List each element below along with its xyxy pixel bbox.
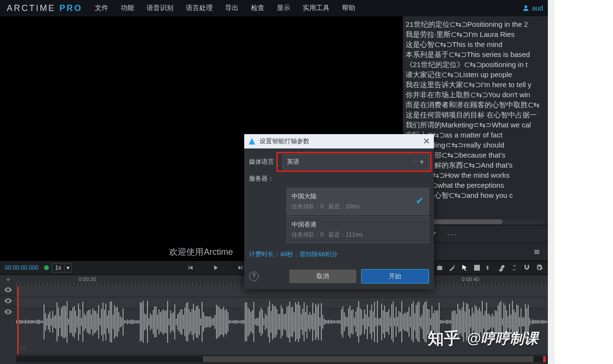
- menu-7[interactable]: 实用工具: [297, 2, 335, 14]
- timeline-hscroll[interactable]: [16, 356, 548, 362]
- svg-rect-17: [41, 321, 42, 323]
- gear-icon[interactable]: [535, 264, 543, 272]
- menu-5[interactable]: 检查: [245, 2, 270, 14]
- prev-button[interactable]: [187, 264, 194, 272]
- server-option-1[interactable]: 中国香港任务排队：0 延迟：111ms: [286, 216, 429, 243]
- subtitle-line[interactable]: 我是劳拉·里斯⊂⇆⊃I'm Laura Ries: [406, 29, 545, 39]
- subtitle-line[interactable]: 你并非在市场上取胜⊂⇆⊃You don't win: [406, 90, 545, 100]
- svg-rect-258: [387, 312, 388, 332]
- edit-box-icon[interactable]: [473, 264, 481, 272]
- svg-rect-174: [266, 316, 267, 329]
- server-option-0[interactable]: 中国大陆任务排队：0 延迟：10ms✔: [286, 188, 429, 215]
- menu-3[interactable]: 语言处理: [180, 2, 218, 14]
- svg-rect-283: [423, 305, 424, 339]
- menu-4[interactable]: 导出: [219, 2, 244, 14]
- svg-rect-266: [398, 311, 399, 333]
- svg-rect-225: [340, 320, 341, 323]
- svg-rect-297: [443, 320, 444, 323]
- subtitle-line[interactable]: 21世纪的定位⊂⇆⊃Positioning in the 2: [406, 19, 545, 29]
- track-visibility-3[interactable]: [0, 307, 16, 318]
- svg-rect-162: [249, 309, 250, 335]
- svg-rect-366: [542, 320, 543, 324]
- more-button[interactable]: ···: [446, 228, 458, 240]
- menu-2[interactable]: 语音识别: [141, 2, 179, 14]
- dialog-titlebar[interactable]: 设置智能打轴参数 ✕: [244, 134, 434, 148]
- svg-rect-189: [288, 306, 289, 338]
- svg-rect-57: [98, 305, 99, 339]
- menu-6[interactable]: 显示: [271, 2, 296, 14]
- cut-icon[interactable]: [486, 264, 493, 272]
- svg-rect-332: [493, 316, 494, 328]
- cancel-button[interactable]: 取消: [289, 270, 356, 283]
- svg-rect-177: [271, 311, 272, 332]
- menu-1[interactable]: 功能: [115, 2, 140, 14]
- magnet-icon[interactable]: [523, 264, 531, 272]
- svg-rect-299: [446, 320, 447, 324]
- wand-icon[interactable]: [448, 264, 456, 272]
- svg-rect-41: [75, 311, 76, 333]
- play-button[interactable]: [212, 264, 219, 272]
- svg-rect-197: [299, 305, 300, 339]
- subtitle-line[interactable]: 我们所谓的Marketing⊂⇆⊃What we cal: [406, 120, 545, 130]
- svg-rect-272: [407, 312, 408, 332]
- svg-rect-144: [223, 307, 224, 337]
- add-track-button[interactable]: +: [0, 275, 16, 284]
- list-view-button[interactable]: [531, 246, 543, 258]
- pointer-icon[interactable]: [461, 264, 468, 272]
- camera-icon[interactable]: [436, 264, 443, 272]
- svg-rect-234: [352, 309, 353, 335]
- close-icon[interactable]: ✕: [423, 136, 430, 147]
- menubar: ARCTIME PRO 文件功能语音识别语言处理导出检查显示实用工具帮助 aud: [0, 0, 548, 16]
- subtitle-line[interactable]: 请大家记住⊂⇆⊃Listen up people: [406, 69, 545, 80]
- subtitle-line[interactable]: 而是在消费者和潜在顾客的心智中取胜⊂⇆: [406, 100, 545, 110]
- svg-rect-193: [294, 312, 295, 332]
- svg-rect-30: [59, 316, 60, 328]
- svg-rect-5: [23, 321, 24, 323]
- help-icon[interactable]: ?: [249, 272, 259, 281]
- svg-rect-37: [69, 310, 70, 333]
- svg-rect-201: [305, 312, 306, 331]
- swap-icon[interactable]: [511, 264, 518, 272]
- next-button[interactable]: [237, 264, 244, 272]
- svg-rect-301: [449, 320, 450, 323]
- start-button[interactable]: 开始: [361, 269, 429, 284]
- svg-rect-31: [61, 307, 62, 336]
- svg-rect-106: [169, 318, 170, 325]
- svg-rect-230: [347, 317, 348, 326]
- svg-rect-95: [153, 310, 154, 334]
- speed-select[interactable]: 1x▾: [52, 263, 72, 273]
- server-label: 服务器：: [249, 174, 283, 183]
- highlight-box: [276, 152, 431, 172]
- svg-rect-105: [167, 301, 168, 342]
- menu-0[interactable]: 文件: [89, 2, 114, 14]
- svg-rect-50: [88, 310, 89, 333]
- check-icon: ✔: [416, 195, 424, 206]
- svg-rect-136: [212, 318, 213, 325]
- svg-rect-24: [51, 318, 52, 326]
- language-select[interactable]: 英语▼: [283, 154, 429, 170]
- track-visibility-2[interactable]: [0, 296, 16, 307]
- track-visibility-1[interactable]: [0, 284, 16, 296]
- browser-scrollbar[interactable]: [548, 0, 555, 364]
- subtitle-line[interactable]: 这是心智⊂⇆⊃This is the mind: [406, 39, 545, 49]
- link-icon[interactable]: [498, 264, 506, 272]
- svg-rect-46: [82, 302, 83, 342]
- playhead[interactable]: [17, 286, 19, 354]
- svg-rect-75: [124, 320, 125, 323]
- svg-rect-175: [268, 307, 269, 337]
- subtitle-line[interactable]: 这是任何营销项目的目标 在心智中占据一: [406, 110, 545, 120]
- svg-rect-279: [417, 303, 418, 341]
- subtitle-line[interactable]: 《21世纪的定位》⊂⇆⊃positioning in t: [406, 59, 545, 69]
- app-small-icon: [248, 137, 256, 145]
- subtitle-line[interactable]: 本系列是基于⊂⇆⊃This series is based: [406, 49, 545, 59]
- svg-rect-217: [328, 319, 329, 324]
- svg-rect-269: [403, 314, 404, 329]
- svg-rect-227: [342, 306, 343, 337]
- svg-rect-119: [187, 302, 188, 341]
- svg-rect-9: [29, 320, 30, 323]
- svg-rect-44: [79, 309, 80, 334]
- user-account[interactable]: aud: [522, 4, 548, 12]
- menu-8[interactable]: 帮助: [336, 2, 361, 14]
- subtitle-line[interactable]: 我在这里告诉大家⊂⇆⊃I'm here to tell y: [406, 80, 545, 90]
- svg-rect-276: [413, 301, 414, 342]
